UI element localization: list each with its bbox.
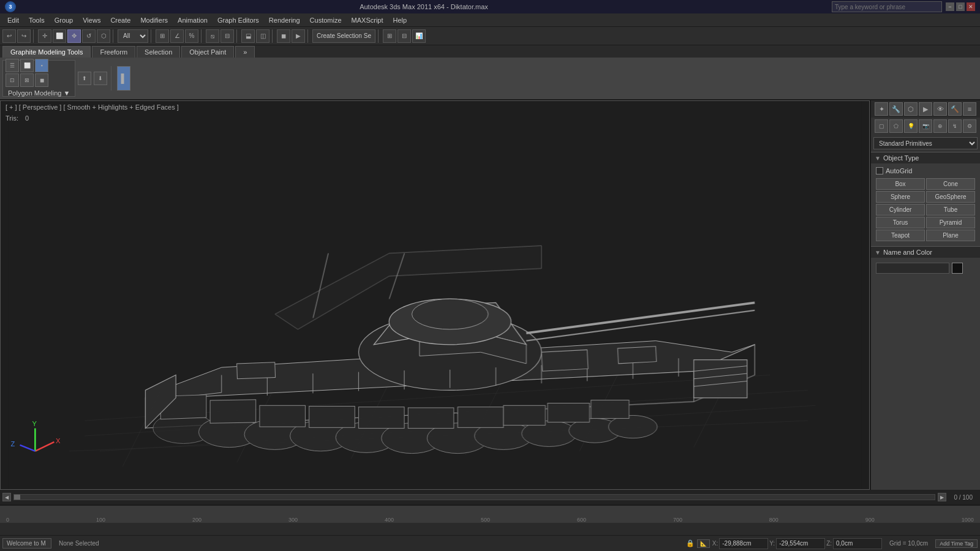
panel-sub-btn-4[interactable]: 📷	[919, 119, 932, 133]
timeline-tick-area[interactable]: 0 100 200 300 400 500 600 700 800 900 10…	[0, 506, 980, 523]
svg-rect-52	[503, 405, 545, 425]
ribbon-btn-1[interactable]: ☰	[6, 59, 19, 72]
panel-sub-btn-3[interactable]: 💡	[904, 119, 918, 133]
abs-rel-toggle[interactable]: 📐	[697, 539, 710, 548]
schematic-view-button[interactable]: ◫	[256, 29, 270, 43]
panel-sub-btn-1[interactable]: ▢	[875, 119, 888, 133]
close-button[interactable]: ✕	[967, 2, 975, 11]
z-coord-input[interactable]	[833, 538, 882, 549]
prim-cone-button[interactable]: Cone	[926, 178, 975, 190]
mirror-button[interactable]: ⧅	[206, 29, 219, 43]
panel-tab-utilities[interactable]: 🔨	[948, 102, 962, 116]
minimize-button[interactable]: −	[946, 2, 954, 11]
menu-item-modifiers[interactable]: Modifiers	[135, 15, 173, 25]
panel-tab-modify[interactable]: 🔧	[889, 102, 903, 116]
autogrid-checkbox[interactable]	[876, 167, 883, 174]
maximize-button[interactable]: □	[956, 2, 965, 11]
menu-item-help[interactable]: Help	[388, 15, 412, 25]
ribbon-right-btn-3[interactable]: ▌	[117, 66, 130, 91]
undo-button[interactable]: ↩	[2, 29, 16, 43]
svg-rect-51	[458, 407, 503, 428]
prim-sphere-button[interactable]: Sphere	[876, 191, 925, 203]
ribbon-btn-6[interactable]: ◼	[35, 73, 48, 87]
object-color-swatch[interactable]	[952, 263, 963, 274]
progress-thumb[interactable]	[14, 495, 20, 500]
align-button[interactable]: ⊟	[221, 29, 234, 43]
ribbon-tab-freeform[interactable]: Freeform	[92, 46, 135, 58]
menu-item-customize[interactable]: Customize	[305, 15, 347, 25]
ribbon-tab-object-paint[interactable]: Object Paint	[181, 46, 234, 58]
menu-item-group[interactable]: Group	[50, 15, 78, 25]
toolbar-separator-6	[272, 29, 274, 43]
filter-dropdown[interactable]: All	[118, 29, 148, 43]
primitives-dropdown[interactable]: Standard Primitives	[873, 137, 978, 149]
ribbon-tab-graphite[interactable]: Graphite Modeling Tools	[2, 46, 91, 58]
panel-sub-btn-5[interactable]: ⊕	[933, 119, 947, 133]
viewport[interactable]: [ + ] [ Perspective ] [ Smooth + Highlig…	[0, 100, 870, 490]
viewport-config-button[interactable]: ⊞	[383, 29, 396, 43]
add-time-tag-button[interactable]: Add Time Tag	[935, 539, 978, 548]
menu-item-tools[interactable]: Tools	[24, 15, 50, 25]
prim-plane-button[interactable]: Plane	[926, 230, 975, 241]
viewport-layout-button[interactable]: ⊟	[398, 29, 411, 43]
move-button[interactable]: ✥	[67, 29, 81, 43]
menu-item-rendering[interactable]: Rendering	[264, 15, 305, 25]
panel-tab-motion[interactable]: ▶	[919, 102, 932, 116]
angle-snap-button[interactable]: ∠	[170, 29, 184, 43]
panel-sub-btn-6[interactable]: ↯	[948, 119, 962, 133]
panel-tab-extra[interactable]: ≡	[963, 102, 976, 116]
layer-manager-button[interactable]: ⬓	[241, 29, 255, 43]
menu-item-maxscript[interactable]: MAXScript	[347, 15, 388, 25]
ribbon-btn-3[interactable]: ▪	[35, 59, 48, 72]
menu-item-edit[interactable]: Edit	[2, 15, 24, 25]
quick-render-button[interactable]: ▶	[292, 29, 305, 43]
scroll-right-button[interactable]: ▶	[938, 493, 946, 501]
svg-rect-53	[548, 403, 589, 422]
y-coord-input[interactable]	[776, 538, 825, 549]
ribbon-btn-2[interactable]: ⬜	[20, 59, 34, 72]
menu-item-graph-editors[interactable]: Graph Editors	[213, 15, 264, 25]
object-type-header[interactable]: ▼ Object Type	[871, 152, 980, 163]
prim-torus-button[interactable]: Torus	[876, 217, 925, 228]
stats-button[interactable]: 📊	[412, 29, 426, 43]
object-name-input[interactable]	[876, 263, 949, 274]
prim-tube-button[interactable]: Tube	[926, 204, 975, 216]
prim-pyramid-button[interactable]: Pyramid	[926, 217, 975, 228]
panel-sub-btn-7[interactable]: ⚙	[963, 119, 976, 133]
progress-bar: ◀ ▶ 0 / 100	[0, 490, 980, 504]
redo-button[interactable]: ↪	[17, 29, 31, 43]
prim-cylinder-button[interactable]: Cylinder	[876, 204, 925, 216]
rotate-button[interactable]: ↺	[82, 29, 96, 43]
snap-toggle-button[interactable]: ⊞	[156, 29, 169, 43]
ribbon-tab-selection[interactable]: Selection	[137, 46, 180, 58]
x-coord-input[interactable]	[719, 538, 768, 549]
progress-track[interactable]	[13, 494, 935, 500]
name-color-header[interactable]: ▼ Name and Color	[871, 247, 980, 258]
percent-snap-button[interactable]: %	[185, 29, 198, 43]
render-setup-button[interactable]: ◼	[277, 29, 290, 43]
timeline-track[interactable]: 0 100 200 300 400 500 600 700 800 900 10…	[0, 506, 980, 523]
select-object-button[interactable]: ✛	[38, 29, 51, 43]
ribbon-tab-more[interactable]: »	[235, 46, 255, 58]
panel-sub-btn-2[interactable]: ⬠	[889, 119, 903, 133]
scale-button[interactable]: ⬡	[97, 29, 110, 43]
create-selection-button[interactable]: Create Selection Se	[312, 29, 375, 43]
panel-tab-hierarchy[interactable]: ⬡	[904, 102, 918, 116]
ribbon-right-btn-2[interactable]: ⬇	[94, 72, 107, 85]
ribbon-btn-5[interactable]: ⊠	[20, 73, 34, 87]
prim-geosphere-button[interactable]: GeoSphere	[926, 191, 975, 203]
panel-tab-display[interactable]: 👁	[933, 102, 947, 116]
panel-tab-create[interactable]: ✦	[875, 102, 888, 116]
ribbon-right-btn-1[interactable]: ⬆	[78, 72, 91, 85]
scroll-left-button[interactable]: ◀	[2, 493, 11, 501]
prim-teapot-button[interactable]: Teapot	[876, 230, 925, 241]
menu-item-views[interactable]: Views	[78, 15, 105, 25]
menu-item-create[interactable]: Create	[105, 15, 135, 25]
select-region-button[interactable]: ⬜	[53, 29, 66, 43]
ribbon-btn-4[interactable]: ⊡	[6, 73, 19, 87]
keyword-search-input[interactable]	[832, 1, 942, 12]
polygon-modeling-label[interactable]: Polygon Modeling ▼	[6, 88, 72, 98]
menu-item-animation[interactable]: Animation	[173, 15, 213, 25]
prim-box-button[interactable]: Box	[876, 178, 925, 190]
timeline[interactable]: 0 100 200 300 400 500 600 700 800 900 10…	[0, 504, 980, 535]
